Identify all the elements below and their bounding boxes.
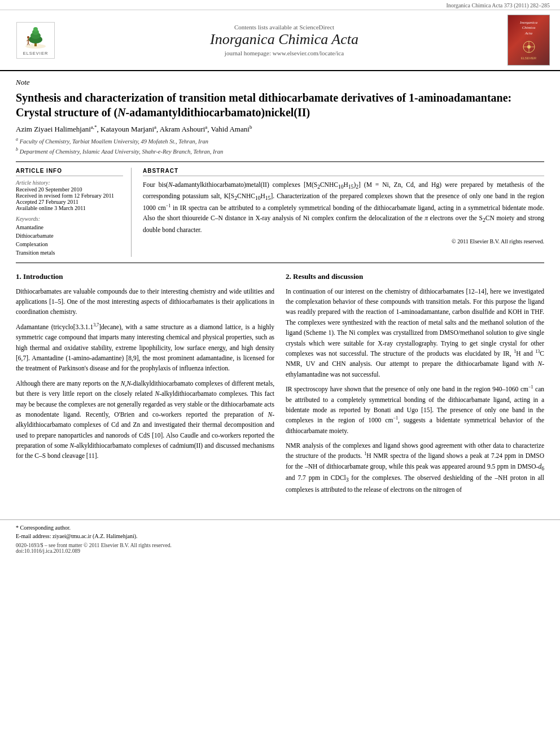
accepted-date: Accepted 27 February 2011: [16, 199, 123, 205]
copyright-notice: © 2011 Elsevier B.V. All rights reserved…: [143, 238, 544, 244]
affiliations: a Faculty of Chemistry, Tarbiat Moallem …: [16, 136, 544, 156]
intro-title: 1. Introduction: [16, 271, 274, 283]
journal-header: ELSEVIER Contents lists available at Sci…: [0, 10, 560, 71]
journal-cover: InorganicaChimicaActa ELSEVIER: [508, 15, 550, 65]
keyword-transition-metals: Transition metals: [16, 248, 123, 257]
doi-line: doi:10.1016/j.ica.2011.02.089: [16, 548, 544, 554]
journal-bar: Inorganica Chimica Acta 373 (2011) 282–2…: [0, 0, 560, 10]
elsevier-tree-icon: [20, 25, 51, 50]
corresponding-author-note: * Corresponding author. E-mail address: …: [16, 523, 544, 540]
authors-line: Azim Ziyaei Halimehjania,*, Katayoun Mar…: [16, 124, 544, 134]
revised-date: Received in revised form 12 February 201…: [16, 193, 123, 199]
received-date: Received 20 September 2010: [16, 186, 123, 193]
online-date: Available online 3 March 2011: [16, 205, 123, 211]
history-label: Article history:: [16, 180, 123, 186]
keywords-header: Keywords:: [16, 216, 123, 222]
cover-box: InorganicaChimicaActa ELSEVIER: [508, 15, 550, 65]
intro-para-3: Although there are many reports on the N…: [16, 378, 274, 461]
abstract-text: Four bis(N-adamantylkithiocarbamato)meta…: [143, 180, 544, 235]
results-para-3: NMR analysis of the complexes and ligand…: [286, 440, 544, 495]
abstract-header: Abstract: [143, 168, 544, 176]
elsevier-logo: ELSEVIER: [10, 22, 61, 59]
article-title: Synthesis and characterization of transi…: [16, 90, 544, 120]
keyword-complexation: Complexation: [16, 240, 123, 248]
body-section: 1. Introduction Dithiocarbamates are val…: [16, 271, 544, 500]
journal-homepage: journal homepage: www.elsevier.com/locat…: [67, 50, 502, 56]
svg-point-5: [33, 27, 38, 32]
results-title: 2. Results and discussion: [286, 271, 544, 283]
svg-point-15: [527, 45, 531, 49]
svg-point-6: [27, 36, 29, 38]
issn-line: 0020-1693/$ – see front matter © 2011 El…: [16, 543, 544, 548]
intro-para-1: Dithiocarbamates are valuable compounds …: [16, 286, 274, 317]
article-info-header: Article Info: [16, 168, 123, 176]
cover-title: InorganicaChimicaActa: [520, 20, 537, 36]
journal-title: Inorganica Chimica Acta: [67, 32, 502, 48]
results-para-2: IR spectroscopy have shown that the pres…: [286, 384, 544, 436]
introduction-column: 1. Introduction Dithiocarbamates are val…: [16, 271, 274, 500]
intro-para-2: Adamantane (tricyclo[3.3.1.13,7]decane),…: [16, 322, 274, 374]
keyword-dithiocarbamate: Dithiocarbamate: [16, 231, 123, 240]
page: Inorganica Chimica Acta 373 (2011) 282–2…: [0, 0, 560, 747]
article-info-column: Article Info Article history: Received 2…: [16, 168, 132, 257]
footer-ids: 0020-1693/$ – see front matter © 2011 El…: [16, 543, 544, 554]
sciencedirect-link: Contents lists available at ScienceDirec…: [67, 24, 502, 30]
results-column: 2. Results and discussion In continuatio…: [286, 271, 544, 500]
abstract-column: Abstract Four bis(N-adamantylkithiocarba…: [143, 168, 544, 257]
results-para-1: In continuation of our interest on the c…: [286, 286, 544, 380]
journal-citation: Inorganica Chimica Acta 373 (2011) 282–2…: [446, 2, 550, 8]
info-abstract-section: Article Info Article history: Received 2…: [16, 161, 544, 263]
note-label: Note: [16, 78, 544, 87]
keyword-amantadine: Amantadine: [16, 223, 123, 231]
content-area: Note Synthesis and characterization of t…: [0, 71, 560, 510]
cover-subtitle: ELSEVIER: [521, 56, 536, 60]
cover-decoration-icon: [518, 38, 540, 55]
elsevier-label: ELSEVIER: [23, 51, 49, 56]
journal-center: Contents lists available at ScienceDirec…: [67, 24, 502, 56]
footer: * Corresponding author. E-mail address: …: [0, 519, 560, 554]
